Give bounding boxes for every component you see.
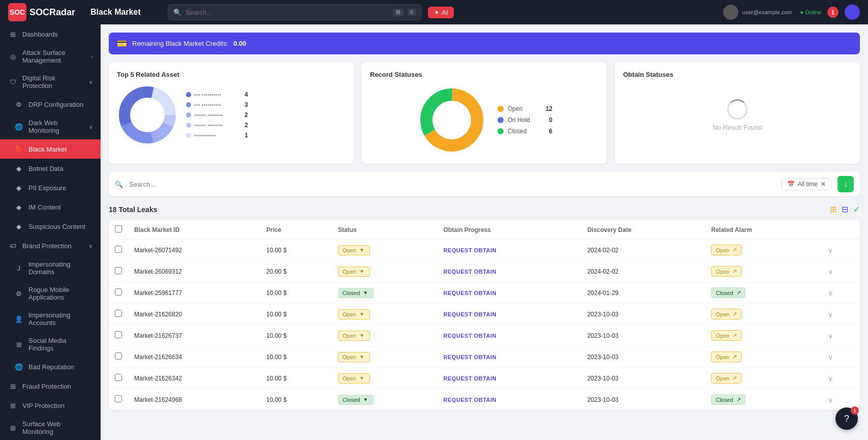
row-obtain[interactable]: REQUEST OBTAIN	[437, 346, 581, 368]
row-expand-button[interactable]: ∨	[828, 268, 833, 276]
request-obtain-button[interactable]: REQUEST OBTAIN	[443, 311, 497, 317]
sidebar-item-im-content[interactable]: ◆ IM Content	[0, 197, 101, 217]
alarm-link-icon[interactable]: ↗	[732, 311, 737, 317]
row-obtain[interactable]: REQUEST OBTAIN	[437, 304, 581, 325]
status-dropdown-button[interactable]: ▼	[358, 269, 365, 274]
sidebar-item-impersonating-domains[interactable]: J Impersonating Domains	[0, 255, 101, 281]
status-dropdown-button[interactable]: ▼	[362, 397, 369, 402]
sidebar-item-attack-surface[interactable]: ◎ Attack Surface Management ›	[0, 44, 101, 69]
sidebar-item-dark-web[interactable]: 🌐 Dark Web Monitoring ∨	[0, 114, 101, 139]
date-filter-label: All time	[798, 181, 818, 188]
table-search-input[interactable]	[129, 181, 776, 188]
status-dropdown-button[interactable]: ▼	[358, 354, 365, 360]
alarm-link-icon[interactable]: ↗	[732, 332, 737, 339]
status-dropdown-button[interactable]: ▼	[358, 375, 365, 381]
top-search-input[interactable]	[185, 9, 389, 16]
ai-button[interactable]: ✦ AI	[428, 7, 454, 18]
row-checkbox[interactable]	[115, 353, 122, 360]
request-obtain-button[interactable]: REQUEST OBTAIN	[443, 375, 497, 382]
row-checkbox[interactable]	[115, 246, 122, 253]
row-expand-cell[interactable]: ∨	[822, 282, 860, 304]
sidebar-item-impersonating-accounts[interactable]: 👤 Impersonating Accounts	[0, 306, 101, 332]
top-search-bar[interactable]: 🔍 ⌘ K	[168, 4, 422, 20]
row-obtain[interactable]: REQUEST OBTAIN	[437, 261, 581, 282]
row-expand-button[interactable]: ∨	[828, 353, 833, 361]
row-expand-button[interactable]: ∨	[828, 289, 833, 297]
alarm-link-icon[interactable]: ↗	[732, 375, 737, 382]
row-expand-cell[interactable]: ∨	[822, 240, 860, 261]
row-expand-button[interactable]: ∨	[828, 396, 833, 404]
row-expand-button[interactable]: ∨	[828, 310, 833, 318]
row-checkbox[interactable]	[115, 267, 122, 274]
sidebar-item-label: IM Content	[28, 203, 61, 211]
row-expand-cell[interactable]: ∨	[822, 368, 860, 389]
sidebar-item-digital-risk[interactable]: 🛡 Digital Risk Protection ∨	[0, 69, 101, 95]
sidebar-item-vip-protection[interactable]: ⊞ VIP Protection	[0, 396, 101, 415]
date-filter[interactable]: 📅 All time ✕	[782, 178, 831, 190]
list-view-icon[interactable]: ⊟	[842, 204, 848, 214]
row-checkbox[interactable]	[115, 310, 122, 317]
check-all-icon[interactable]: ✓	[853, 204, 860, 214]
sidebar-item-drp-config[interactable]: ⚙ DRP Configuration	[0, 95, 101, 114]
row-checkbox[interactable]	[115, 288, 122, 296]
row-checkbox-cell[interactable]	[109, 304, 128, 325]
row-expand-cell[interactable]: ∨	[822, 304, 860, 325]
row-expand-button[interactable]: ∨	[828, 332, 833, 340]
sidebar-item-suspicious-content[interactable]: ◆ Suspicious Content	[0, 217, 101, 236]
select-all-checkbox[interactable]	[115, 225, 122, 232]
alarm-link-icon[interactable]: ↗	[732, 247, 737, 253]
help-button[interactable]: ? 1	[835, 407, 858, 430]
row-obtain[interactable]: REQUEST OBTAIN	[437, 368, 581, 389]
request-obtain-button[interactable]: REQUEST OBTAIN	[443, 290, 497, 296]
row-checkbox-cell[interactable]	[109, 240, 128, 261]
status-dropdown-button[interactable]: ▼	[358, 247, 365, 253]
row-obtain[interactable]: REQUEST OBTAIN	[437, 389, 581, 410]
row-checkbox-cell[interactable]	[109, 261, 128, 282]
row-checkbox[interactable]	[115, 395, 122, 402]
row-obtain[interactable]: REQUEST OBTAIN	[437, 325, 581, 346]
request-obtain-button[interactable]: REQUEST OBTAIN	[443, 247, 497, 253]
user-avatar[interactable]	[845, 5, 860, 20]
row-expand-button[interactable]: ∨	[828, 246, 833, 254]
status-dropdown-button[interactable]: ▼	[358, 311, 365, 317]
notification-button[interactable]: 1	[827, 7, 839, 18]
row-checkbox[interactable]	[115, 331, 122, 338]
status-dropdown-button[interactable]: ▼	[358, 333, 365, 338]
request-obtain-button[interactable]: REQUEST OBTAIN	[443, 397, 497, 403]
row-checkbox-cell[interactable]	[109, 368, 128, 389]
sidebar-item-rogue-mobile[interactable]: ⚙ Rogue Mobile Applications	[0, 281, 101, 306]
row-expand-cell[interactable]: ∨	[822, 346, 860, 368]
select-all-header[interactable]	[109, 220, 128, 240]
alarm-link-icon[interactable]: ↗	[732, 268, 737, 275]
drp-config-icon: ⚙	[14, 100, 23, 109]
row-checkbox-cell[interactable]	[109, 389, 128, 410]
row-checkbox-cell[interactable]	[109, 325, 128, 346]
sidebar-item-dashboards[interactable]: ⊞ Dashboards	[0, 24, 101, 44]
request-obtain-button[interactable]: REQUEST OBTAIN	[443, 269, 497, 275]
sidebar-item-bad-reputation[interactable]: 🌐 Bad Reputation	[0, 357, 101, 376]
sidebar-item-black-market[interactable]: 🔴 Black Market	[0, 139, 101, 159]
clear-date-icon[interactable]: ✕	[821, 181, 826, 188]
row-checkbox-cell[interactable]	[109, 346, 128, 368]
sidebar-item-surface-web[interactable]: ⊞ Surface Web Monitoring	[0, 415, 101, 440]
row-checkbox-cell[interactable]	[109, 282, 128, 304]
sidebar-item-brand-protection[interactable]: 🏷 Brand Protection ∨	[0, 236, 101, 255]
row-checkbox[interactable]	[115, 374, 122, 381]
sidebar-item-pii-exposure[interactable]: ◆ PII Exposure	[0, 178, 101, 197]
status-dropdown-button[interactable]: ▼	[362, 290, 369, 296]
request-obtain-button[interactable]: REQUEST OBTAIN	[443, 333, 497, 339]
sidebar-item-social-media[interactable]: ⊞ Social Media Findings	[0, 332, 101, 357]
row-obtain[interactable]: REQUEST OBTAIN	[437, 240, 581, 261]
sidebar-item-fraud-protection[interactable]: ⊞ Fraud Protection	[0, 376, 101, 396]
export-button[interactable]: ↓	[838, 176, 854, 192]
grid-view-icon[interactable]: ⊞	[830, 204, 836, 214]
row-obtain[interactable]: REQUEST OBTAIN	[437, 282, 581, 304]
alarm-link-icon[interactable]: ↗	[736, 289, 741, 296]
row-expand-cell[interactable]: ∨	[822, 261, 860, 282]
row-expand-button[interactable]: ∨	[828, 374, 833, 383]
alarm-link-icon[interactable]: ↗	[732, 354, 737, 360]
alarm-link-icon[interactable]: ↗	[736, 396, 741, 403]
row-expand-cell[interactable]: ∨	[822, 325, 860, 346]
request-obtain-button[interactable]: REQUEST OBTAIN	[443, 354, 497, 360]
sidebar-item-botnet-data[interactable]: ◆ Botnet Data	[0, 159, 101, 178]
